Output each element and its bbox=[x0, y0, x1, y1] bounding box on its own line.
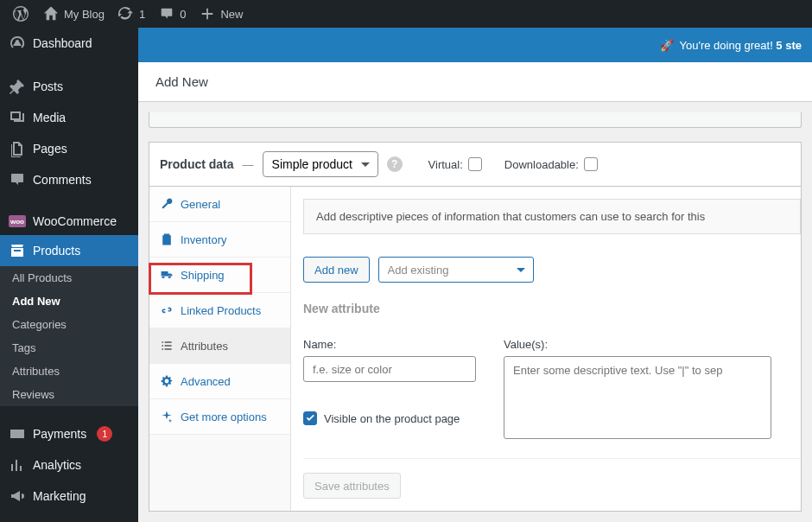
product-data-title: Product data bbox=[160, 157, 234, 171]
sidebar-label: Payments bbox=[33, 427, 86, 441]
tab-label: General bbox=[181, 198, 220, 211]
admin-sidebar: Dashboard Posts Media Pages Comments woo… bbox=[0, 28, 138, 522]
virtual-checkbox[interactable] bbox=[468, 157, 482, 171]
new-attribute-heading: New attribute bbox=[303, 302, 801, 315]
add-existing-select[interactable]: Add existing bbox=[378, 257, 534, 283]
analytics-icon bbox=[9, 456, 26, 474]
link-icon bbox=[160, 303, 174, 317]
tab-general[interactable]: General bbox=[149, 187, 290, 222]
product-data-tabs: General Inventory Shipping Linked Produc… bbox=[149, 187, 291, 511]
sidebar-item-media[interactable]: Media bbox=[0, 102, 138, 133]
downloadable-toggle[interactable]: Downloadable: bbox=[504, 157, 598, 171]
attributes-description: Add descriptive pieces of information th… bbox=[303, 199, 801, 234]
wp-logo[interactable] bbox=[5, 0, 36, 28]
attribute-values-input[interactable] bbox=[504, 356, 771, 439]
admin-toolbar: My Blog 1 0 New bbox=[0, 0, 812, 28]
tab-label: Linked Products bbox=[181, 304, 261, 317]
name-label: Name: bbox=[303, 338, 476, 351]
sidebar-item-comments[interactable]: Comments bbox=[0, 164, 138, 195]
page-title: Add New bbox=[155, 74, 795, 89]
dash: — bbox=[243, 158, 254, 171]
submenu-reviews[interactable]: Reviews bbox=[0, 383, 138, 406]
sidebar-item-dashboard[interactable]: Dashboard bbox=[0, 28, 138, 59]
sidebar-submenu-products: All Products Add New Categories Tags Att… bbox=[0, 266, 138, 406]
dashboard-icon bbox=[9, 35, 26, 52]
sidebar-label: Products bbox=[33, 244, 80, 258]
payments-badge: 1 bbox=[97, 426, 112, 442]
new-content[interactable]: New bbox=[193, 0, 250, 28]
tab-label: Inventory bbox=[181, 233, 226, 246]
sidebar-label: Pages bbox=[33, 142, 67, 156]
updates-count: 1 bbox=[139, 8, 145, 21]
truck-icon bbox=[160, 268, 174, 282]
submenu-all-products[interactable]: All Products bbox=[0, 266, 138, 290]
site-home[interactable]: My Blog bbox=[36, 0, 111, 28]
comment-icon bbox=[159, 6, 174, 22]
submenu-add-new[interactable]: Add New bbox=[0, 290, 138, 313]
sidebar-item-payments[interactable]: Payments 1 bbox=[0, 418, 138, 449]
tab-get-more[interactable]: Get more options bbox=[149, 399, 290, 435]
attributes-pane: Add descriptive pieces of information th… bbox=[291, 187, 801, 511]
submenu-tags[interactable]: Tags bbox=[0, 336, 138, 360]
banner-text: You're doing great! bbox=[679, 39, 776, 52]
updates[interactable]: 1 bbox=[111, 0, 152, 28]
product-type-select[interactable]: Simple product bbox=[263, 151, 378, 177]
banner-bold: 5 ste bbox=[776, 39, 802, 52]
save-attributes-button[interactable]: Save attributes bbox=[303, 473, 401, 499]
comments[interactable]: 0 bbox=[152, 0, 193, 28]
sidebar-label: WooCommerce bbox=[33, 214, 117, 228]
submenu-attributes[interactable]: Attributes bbox=[0, 360, 138, 383]
add-new-attribute-button[interactable]: Add new bbox=[303, 257, 370, 283]
product-data-header: Product data — Simple product ? Virtual:… bbox=[149, 143, 801, 187]
virtual-label: Virtual: bbox=[428, 158, 463, 171]
tab-label: Shipping bbox=[181, 269, 225, 282]
submenu-categories[interactable]: Categories bbox=[0, 313, 138, 336]
rocket-icon: 🚀 bbox=[660, 39, 674, 52]
virtual-toggle[interactable]: Virtual: bbox=[428, 157, 482, 171]
metabox-fragment bbox=[149, 112, 802, 128]
content-area: 🚀 You're doing great! 5 ste Add New Prod… bbox=[138, 28, 812, 522]
sidebar-label: Comments bbox=[33, 173, 92, 187]
wrench-icon bbox=[160, 197, 174, 211]
page-header: Add New bbox=[138, 62, 812, 102]
pin-icon bbox=[9, 78, 26, 95]
tab-label: Attributes bbox=[181, 340, 228, 353]
sidebar-item-posts[interactable]: Posts bbox=[0, 71, 138, 102]
home-icon bbox=[43, 6, 59, 22]
woo-icon: woo bbox=[9, 215, 26, 227]
tab-label: Get more options bbox=[181, 411, 267, 423]
comments-icon bbox=[9, 171, 26, 188]
tab-label: Advanced bbox=[181, 375, 231, 388]
marketing-icon bbox=[9, 487, 26, 505]
sidebar-item-analytics[interactable]: Analytics bbox=[0, 449, 138, 481]
sidebar-item-pages[interactable]: Pages bbox=[0, 133, 138, 164]
tab-inventory[interactable]: Inventory bbox=[149, 222, 290, 258]
help-icon[interactable]: ? bbox=[387, 156, 403, 172]
product-data-panel: Product data — Simple product ? Virtual:… bbox=[149, 142, 802, 512]
completion-banner: 🚀 You're doing great! 5 ste bbox=[138, 28, 812, 62]
sidebar-item-products[interactable]: Products bbox=[0, 235, 138, 266]
sidebar-label: Posts bbox=[33, 80, 63, 93]
pages-icon bbox=[9, 140, 26, 157]
attribute-name-input[interactable] bbox=[303, 356, 476, 382]
tab-shipping[interactable]: Shipping bbox=[149, 258, 290, 293]
tab-linked[interactable]: Linked Products bbox=[149, 293, 290, 328]
comments-count: 0 bbox=[180, 8, 186, 21]
visible-label: Visible on the product page bbox=[324, 412, 460, 425]
tab-attributes[interactable]: Attributes bbox=[149, 328, 290, 364]
media-icon bbox=[9, 109, 26, 126]
sidebar-item-marketing[interactable]: Marketing bbox=[0, 481, 138, 512]
sidebar-item-woocommerce[interactable]: woo WooCommerce bbox=[0, 207, 138, 235]
sidebar-label: Analytics bbox=[33, 458, 81, 472]
tab-advanced[interactable]: Advanced bbox=[149, 364, 290, 399]
sidebar-label: Marketing bbox=[33, 489, 86, 503]
new-label: New bbox=[220, 8, 243, 21]
payments-icon bbox=[9, 425, 26, 442]
values-label: Value(s): bbox=[504, 338, 771, 351]
list-icon bbox=[160, 339, 174, 353]
visible-checkbox[interactable] bbox=[303, 411, 317, 425]
update-icon bbox=[118, 6, 134, 22]
downloadable-checkbox[interactable] bbox=[584, 157, 598, 171]
gear-icon bbox=[160, 374, 174, 388]
site-name: My Blog bbox=[64, 8, 105, 21]
